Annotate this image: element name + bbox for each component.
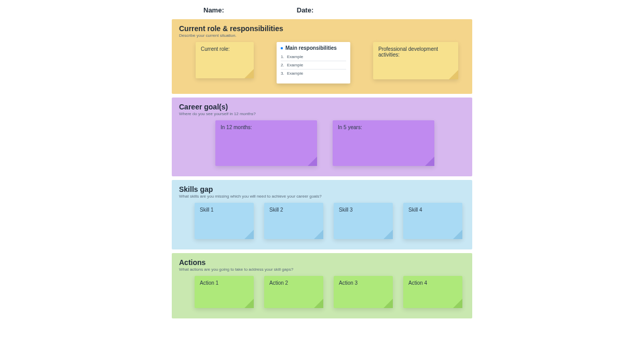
note-label: Action 2 <box>269 280 288 286</box>
name-label: Name: <box>203 6 224 14</box>
section-subtitle: What skills are you missing which you wi… <box>179 194 465 199</box>
note-label: Action 4 <box>408 280 427 286</box>
note-fold-icon <box>383 230 393 239</box>
note-action[interactable]: Action 4 <box>403 276 462 308</box>
header-row: Name: Date: <box>0 6 644 14</box>
section-actions: Actions What actions are you going to ta… <box>172 253 472 318</box>
note-fold-icon <box>449 70 458 79</box>
section-title: Current role & responsibilities <box>179 24 465 33</box>
section-title: Skills gap <box>179 185 465 193</box>
note-fold-icon <box>244 299 254 308</box>
note-label: Skill 2 <box>269 207 283 213</box>
note-fold-icon <box>453 230 462 239</box>
note-current-role[interactable]: Current role: <box>196 42 254 78</box>
note-fold-icon <box>383 299 393 308</box>
note-label: In 12 months: <box>221 124 252 130</box>
note-label: Skill 3 <box>339 207 353 213</box>
note-fold-icon <box>314 230 323 239</box>
note-fold-icon <box>244 69 254 78</box>
section-skills-gap: Skills gap What skills are you missing w… <box>172 180 472 249</box>
note-skill[interactable]: Skill 3 <box>334 203 393 239</box>
note-label: Skill 4 <box>408 207 422 213</box>
list-item[interactable]: Example <box>281 69 346 77</box>
section-title: Actions <box>179 258 465 267</box>
card-main-responsibilities[interactable]: Main responsibilities Example Example Ex… <box>277 42 350 83</box>
note-label: Current role: <box>201 46 230 52</box>
note-label: In 5 years: <box>338 124 362 130</box>
note-label: Professional development activities: <box>378 46 438 58</box>
list-item[interactable]: Example <box>281 61 346 69</box>
note-fold-icon <box>425 157 434 166</box>
note-fold-icon <box>453 299 462 308</box>
note-skill[interactable]: Skill 1 <box>195 203 254 239</box>
note-action[interactable]: Action 3 <box>334 276 393 308</box>
note-action[interactable]: Action 1 <box>195 276 254 308</box>
section-current-role: Current role & responsibilities Describe… <box>172 19 472 94</box>
career-plan-template: Name: Date: Current role & responsibilit… <box>0 0 644 332</box>
responsibilities-list: Example Example Example <box>281 53 346 77</box>
section-subtitle: Where do you see yourself in 12 months? <box>179 112 465 116</box>
note-skill[interactable]: Skill 4 <box>403 203 462 239</box>
note-professional-development[interactable]: Professional development activities: <box>373 42 458 79</box>
date-label: Date: <box>297 6 314 14</box>
note-label: Action 3 <box>339 280 358 286</box>
list-item[interactable]: Example <box>281 53 346 61</box>
note-label: Skill 1 <box>200 207 214 213</box>
bullet-icon <box>281 47 283 49</box>
note-action[interactable]: Action 2 <box>264 276 323 308</box>
section-title: Career goal(s) <box>179 103 465 111</box>
note-fold-icon <box>244 230 254 239</box>
section-subtitle: What actions are you going to take to ad… <box>179 267 465 272</box>
section-subtitle: Describe your current situation. <box>179 33 465 38</box>
section-career-goals: Career goal(s) Where do you see yourself… <box>172 98 472 176</box>
card-title: Main responsibilities <box>285 45 337 51</box>
note-5-years[interactable]: In 5 years: <box>333 120 434 166</box>
note-fold-icon <box>308 157 317 166</box>
note-fold-icon <box>314 299 323 308</box>
note-skill[interactable]: Skill 2 <box>264 203 323 239</box>
note-label: Action 1 <box>200 280 218 286</box>
note-12-months[interactable]: In 12 months: <box>215 120 317 166</box>
